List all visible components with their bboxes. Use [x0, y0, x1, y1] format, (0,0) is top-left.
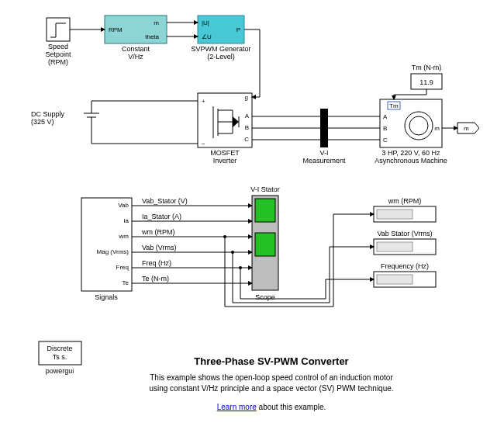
svpwm-label-2: (2-Level)	[207, 53, 235, 61]
dc-supply-block[interactable]: DC Supply (325 V)	[31, 105, 99, 126]
async-machine-block[interactable]: Tm A B C m 3 HP, 220 V, 60 Hz Asynchrono…	[375, 99, 447, 165]
display-screen	[377, 210, 413, 219]
async-label-1: 3 HP, 220 V, 60 Hz	[381, 149, 440, 157]
signals-port-1: Ia	[123, 217, 129, 224]
scope-top-label: V-I Stator	[250, 185, 280, 193]
disp-freq-label: Frequency (Hz)	[381, 262, 429, 270]
tm-signal-line	[394, 89, 426, 99]
speed-setpoint-label-3: (RPM)	[48, 58, 68, 66]
speed-setpoint-block[interactable]: Speed Setpoint (RPM)	[45, 18, 71, 66]
signals-label: Signals	[95, 293, 118, 301]
step-icon	[47, 18, 70, 41]
dc-label-2: (325 V)	[31, 118, 54, 126]
dc-plus-wire	[91, 101, 198, 105]
vhz-in-port: RPM	[109, 26, 123, 33]
inverter-label-2: Inverter	[213, 157, 237, 165]
signals-port-3: Mag (Vrms)	[97, 248, 129, 255]
vhz-label-2: V/Hz	[128, 53, 143, 61]
async-c-port: C	[383, 137, 388, 144]
goto-m-text: m	[464, 125, 469, 132]
constant-vhz-block[interactable]: RPM m theta Constant V/Hz	[105, 16, 167, 61]
async-b-port: B	[383, 125, 387, 132]
mosfet-inverter-block[interactable]: g + − A B C MOSFET Inverter	[198, 93, 252, 165]
page-title: Three-Phase SV-PWM Converter	[194, 355, 348, 367]
svpwm-in-top: |U|	[202, 19, 209, 26]
signals-port-4: Freq	[116, 264, 129, 271]
vhz-out-m: m	[154, 19, 159, 26]
inverter-b-port: B	[245, 124, 249, 131]
display-screen	[377, 275, 413, 284]
sig-out-0: Vab_Stator (V)	[142, 197, 188, 205]
powergui-line2: Ts s.	[53, 353, 67, 361]
async-a-port: A	[383, 113, 388, 120]
display-screen	[377, 242, 413, 251]
signal-line	[225, 214, 374, 307]
inverter-g-port: g	[245, 94, 248, 101]
pwm-signal-line	[244, 29, 260, 97]
signals-port-0: Vab	[118, 202, 129, 209]
inverter-minus-port: −	[202, 140, 205, 147]
sig-out-1: Ia_Stator (A)	[142, 213, 181, 220]
async-label-2: Asynchronous Machine	[375, 157, 447, 165]
sig-out-2: wm (RPM)	[141, 228, 175, 236]
inverter-a-port: A	[245, 113, 250, 120]
sig-out-5: Te (N-m)	[142, 275, 169, 282]
scope-screen-1	[255, 199, 275, 222]
vhz-out-theta: theta	[145, 33, 159, 40]
speed-setpoint-label: Speed	[48, 43, 68, 50]
display-wm[interactable]: wm (RPM)	[374, 197, 436, 222]
goto-m-tag[interactable]: m	[457, 123, 479, 133]
sig-out-3: Vab (Vrms)	[142, 244, 177, 251]
tm-label: Tm (N-m)	[412, 64, 441, 71]
scope-screen-2	[255, 233, 275, 256]
vi-bar	[320, 109, 328, 147]
async-tm-port: Tm	[389, 102, 399, 109]
vhz-label-1: Constant	[122, 45, 150, 53]
description-2: using constant V/Hz principle and a spac…	[149, 384, 393, 393]
description-1: This example shows the open-loop speed c…	[150, 373, 393, 382]
disp-wm-label: wm (RPM)	[388, 197, 422, 205]
powergui-line1: Discrete	[47, 345, 72, 352]
disp-vab-label: Vab Stator (Vrms)	[377, 230, 432, 237]
vi-measurement-block[interactable]: V-I Measurement	[302, 109, 346, 165]
svpwm-in-bot: ∠U	[202, 33, 212, 40]
signals-port-2: wm	[119, 233, 129, 240]
inverter-plus-port: +	[202, 98, 205, 105]
async-m-port: m	[434, 125, 440, 132]
display-vab[interactable]: Vab Stator (Vrms)	[374, 230, 436, 255]
powergui-label: powergui	[46, 367, 74, 375]
signals-box	[81, 198, 132, 291]
scope-block[interactable]: V-I Stator Scope	[250, 185, 280, 301]
signals-port-5: Te	[123, 279, 129, 286]
powergui-block[interactable]: Discrete Ts s. powergui	[39, 341, 81, 375]
svpwm-generator-block[interactable]: |U| ∠U P SVPWM Generator (2-Level)	[191, 16, 250, 61]
tm-constant-block[interactable]: Tm (N-m) 11.9	[411, 64, 442, 89]
speed-setpoint-label-2: Setpoint	[45, 50, 71, 58]
learn-more-after: about this example.	[257, 403, 326, 411]
learn-more-line: Learn more about this example.	[217, 403, 326, 411]
svpwm-out: P	[236, 26, 240, 33]
dc-minus-wire	[91, 126, 198, 144]
sig-out-4: Freq (Hz)	[142, 259, 171, 267]
vi-label-1: V-I	[319, 149, 328, 157]
signals-block[interactable]: Vab Ia wm Mag (Vrms) Freq Te Signals	[81, 198, 132, 301]
inverter-label-1: MOSFET	[210, 149, 240, 157]
scope-label: Scope	[255, 293, 275, 301]
inverter-c-port: C	[244, 136, 249, 143]
vi-label-2: Measurement	[302, 157, 346, 165]
display-freq[interactable]: Frequency (Hz)	[374, 262, 436, 287]
dc-label-1: DC Supply	[31, 110, 65, 118]
svpwm-label-1: SVPWM Generator	[191, 45, 250, 53]
learn-more-link[interactable]: Learn more	[217, 403, 257, 411]
tm-value: 11.9	[419, 78, 433, 86]
